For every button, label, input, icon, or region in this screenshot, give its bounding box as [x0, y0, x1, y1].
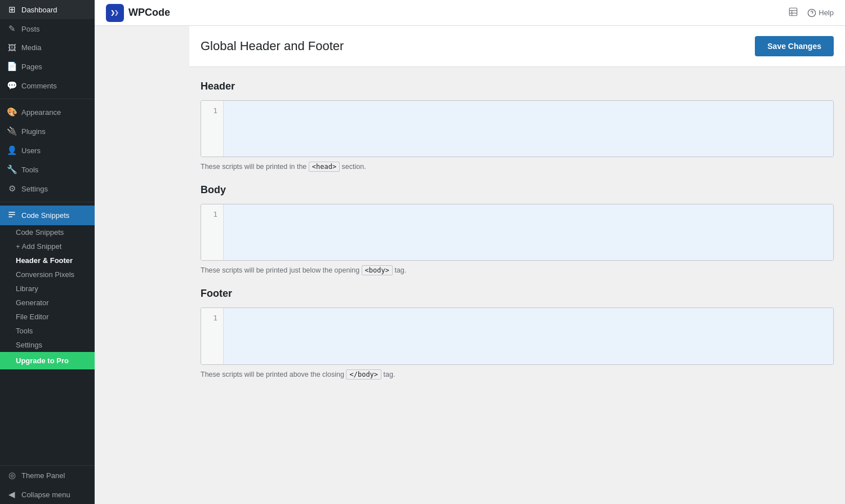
header-section-title: Header: [201, 81, 834, 92]
footer-code-input[interactable]: [224, 308, 833, 364]
header-hint: These scripts will be printed in the <he…: [201, 163, 834, 171]
submenu-tools[interactable]: Tools: [0, 324, 95, 338]
footer-line-numbers: 1: [201, 308, 224, 364]
sidebar-item-media[interactable]: 🖼 Media: [0, 38, 95, 57]
wpcode-logo-icon: [106, 4, 124, 22]
page-title: Global Header and Footer: [201, 39, 344, 53]
dashboard-icon: ⊞: [7, 5, 17, 15]
submenu-library[interactable]: Library: [0, 282, 95, 296]
collapse-icon: ◀: [7, 489, 17, 499]
sidebar-item-appearance[interactable]: 🎨 Appearance: [0, 102, 95, 122]
wpcode-logo: WPCode: [106, 4, 170, 22]
body-code-input[interactable]: [224, 204, 833, 260]
body-section-title: Body: [201, 184, 834, 196]
sidebar-item-pages[interactable]: 📄 Pages: [0, 57, 95, 76]
submenu-generator[interactable]: Generator: [0, 296, 95, 310]
sidebar-item-theme-panel[interactable]: ◎ Theme Panel: [0, 466, 95, 485]
submenu-settings[interactable]: Settings: [0, 338, 95, 352]
header-code-input[interactable]: [224, 101, 833, 157]
sidebar: ⊞ Dashboard ✎ Posts 🖼 Media 📄 Pages 💬 Co…: [0, 0, 95, 504]
content-area: Header 1 These scripts will be printed i…: [189, 67, 845, 405]
wpcode-logo-text: WPCode: [128, 7, 170, 19]
divider-1: [0, 99, 95, 99]
footer-hint: These scripts will be printed above the …: [201, 371, 834, 378]
sidebar-item-plugins[interactable]: 🔌 Plugins: [0, 122, 95, 141]
sidebar-item-tools[interactable]: 🔧 Tools: [0, 160, 95, 179]
svg-rect-0: [790, 8, 798, 16]
code-snippets-submenu: Code Snippets + Add Snippet Header & Foo…: [0, 225, 95, 369]
sidebar-item-collapse-menu[interactable]: ◀ Collapse menu: [0, 485, 95, 504]
submenu-conversion-pixels[interactable]: Conversion Pixels: [0, 267, 95, 282]
submenu-add-snippet[interactable]: + Add Snippet: [0, 239, 95, 253]
code-snippets-icon: [7, 210, 17, 221]
topbar-right: Help: [788, 7, 834, 19]
submenu-code-snippets[interactable]: Code Snippets: [0, 225, 95, 239]
appearance-icon: 🎨: [7, 107, 17, 117]
settings-icon: ⚙: [7, 184, 17, 194]
submenu-file-editor[interactable]: File Editor: [0, 310, 95, 324]
theme-panel-icon: ◎: [7, 470, 17, 480]
tools-icon: 🔧: [7, 164, 17, 175]
pages-icon: 📄: [7, 61, 17, 72]
body-hint: These scripts will be printed just below…: [201, 266, 834, 274]
screen-options-icon[interactable]: [788, 7, 798, 19]
sidebar-bottom: ◎ Theme Panel ◀ Collapse menu: [0, 465, 95, 504]
topbar: WPCode Help: [95, 0, 845, 26]
header-editor: 1: [201, 101, 833, 157]
footer-tag: </body>: [346, 369, 381, 380]
main-content: Global Header and Footer Save Changes He…: [189, 26, 845, 504]
submenu-header-footer[interactable]: Header & Footer: [0, 253, 95, 267]
sidebar-item-code-snippets[interactable]: Code Snippets: [0, 206, 95, 225]
header-line-numbers: 1: [201, 101, 224, 157]
body-editor: 1: [201, 204, 833, 260]
media-icon: 🖼: [7, 43, 17, 52]
sidebar-item-posts[interactable]: ✎ Posts: [0, 19, 95, 38]
plugins-icon: 🔌: [7, 126, 17, 136]
submenu-upgrade[interactable]: Upgrade to Pro: [0, 352, 95, 369]
save-changes-button[interactable]: Save Changes: [755, 36, 834, 56]
page-header: Global Header and Footer Save Changes: [189, 26, 845, 67]
sidebar-item-comments[interactable]: 💬 Comments: [0, 76, 95, 95]
posts-icon: ✎: [7, 24, 17, 34]
body-line-numbers: 1: [201, 204, 224, 260]
sidebar-item-users[interactable]: 👤 Users: [0, 141, 95, 160]
footer-section: Footer 1 These scripts will be printed a…: [201, 288, 834, 378]
body-tag: <body>: [362, 265, 393, 275]
sidebar-item-dashboard[interactable]: ⊞ Dashboard: [0, 0, 95, 19]
body-section: Body 1 These scripts will be printed jus…: [201, 184, 834, 274]
header-section: Header 1 These scripts will be printed i…: [201, 81, 834, 171]
body-editor-wrap: 1: [201, 204, 834, 261]
divider-2: [0, 202, 95, 202]
comments-icon: 💬: [7, 81, 17, 91]
footer-section-title: Footer: [201, 288, 834, 300]
footer-editor-wrap: 1: [201, 307, 834, 364]
users-icon: 👤: [7, 145, 17, 155]
sidebar-item-settings[interactable]: ⚙ Settings: [0, 179, 95, 198]
footer-editor: 1: [201, 308, 833, 364]
help-button[interactable]: Help: [807, 8, 834, 17]
header-editor-wrap: 1: [201, 100, 834, 157]
header-tag: <head>: [309, 162, 340, 172]
